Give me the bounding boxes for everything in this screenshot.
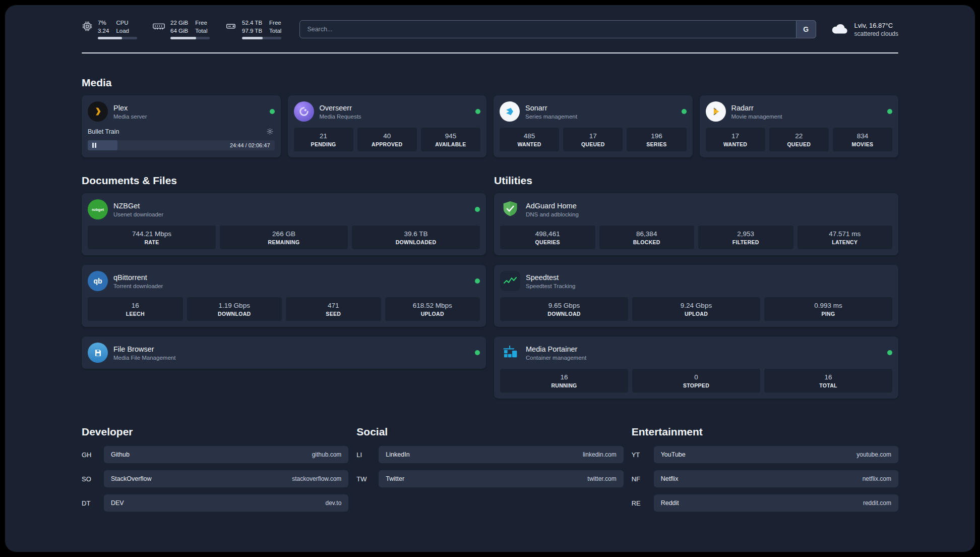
stat-value: 39.6 TB — [354, 230, 478, 238]
app-card-plex[interactable]: Plex Media server Bullet Train — [82, 95, 281, 157]
stat-tile: 39.6 TB DOWNLOADED — [352, 226, 480, 249]
stat-tile: 0 STOPPED — [632, 369, 760, 393]
stat-label: LEECH — [90, 311, 181, 317]
bookmark-name: DEV — [111, 499, 124, 507]
stat-tile: 471 SEED — [286, 297, 381, 321]
bookmark-youtube[interactable]: YouTube youtube.com — [654, 446, 898, 463]
app-subtitle: Speedtest Tracking — [526, 283, 575, 289]
stat-tile: 17 QUEUED — [563, 128, 623, 151]
playback-time: 24:44 / 02:06:47 — [230, 142, 270, 148]
status-dot — [887, 109, 892, 114]
bookmark-stackoverflow[interactable]: StackOverflow stackoverflow.com — [104, 470, 348, 487]
cpu-load: 3.24 — [98, 27, 109, 34]
bookmark-name: LinkedIn — [386, 451, 409, 458]
ram-icon — [152, 21, 165, 34]
stat-label: WANTED — [502, 141, 557, 147]
stat-value: 9.24 Gbps — [634, 302, 758, 309]
app-card-adguard[interactable]: AdGuard Home DNS and adblocking 498,461 … — [494, 193, 898, 255]
app-card-radarr[interactable]: Radarr Movie management 17 WANTED 22 QUE… — [700, 95, 899, 157]
bookmark-url: github.com — [312, 451, 342, 458]
bookmark-dev[interactable]: DEV dev.to — [104, 494, 348, 512]
stat-value: 40 — [359, 132, 415, 140]
bookmark-url: youtube.com — [856, 451, 891, 458]
overseerr-icon — [294, 101, 314, 122]
stat-value: 618.52 Mbps — [387, 302, 478, 309]
playback-progress-bar[interactable]: 24:44 / 02:06:47 — [88, 140, 275, 150]
stat-value: 0 — [634, 373, 758, 381]
stat-tile: 16 TOTAL — [764, 369, 892, 393]
bookmark-github[interactable]: Github github.com — [104, 446, 348, 463]
ram-widget: 22 GiB 64 GiB Free Total — [152, 19, 210, 39]
cpu-label-2: Load — [116, 27, 129, 34]
app-subtitle: Media Requests — [320, 114, 361, 120]
stat-label: RATE — [90, 239, 214, 245]
stat-tile: 196 SERIES — [627, 128, 686, 151]
app-name: Radarr — [731, 104, 782, 112]
cpu-bar — [98, 37, 137, 39]
cpu-label-1: CPU — [116, 19, 129, 26]
stat-value: 2,953 — [700, 230, 791, 238]
stat-label: UPLOAD — [634, 311, 758, 317]
dev-abbr-icon: DT — [82, 499, 104, 507]
twitter-abbr-icon: TW — [356, 475, 379, 483]
app-card-sonarr[interactable]: Sonarr Series management 485 WANTED 17 Q… — [494, 95, 693, 157]
bookmark-url: dev.to — [326, 499, 342, 507]
stat-label: QUEUED — [565, 141, 621, 147]
status-dot — [475, 278, 480, 284]
app-card-qbittorrent[interactable]: qb qBittorrent Torrent downloader 16 LEE… — [82, 265, 486, 327]
app-card-speedtest[interactable]: Speedtest Speedtest Tracking 9.65 Gbps D… — [494, 265, 898, 327]
youtube-abbr-icon: YT — [632, 451, 654, 459]
app-card-portainer[interactable]: Media Portainer Container management 16 … — [494, 337, 898, 399]
cloud-icon — [830, 21, 849, 37]
filebrowser-icon — [88, 343, 108, 363]
bookmark-url: netflix.com — [863, 475, 891, 482]
app-subtitle: Series management — [525, 114, 577, 120]
divider — [82, 52, 898, 53]
app-name: Plex — [113, 104, 147, 112]
stat-tile: 16 RUNNING — [500, 369, 628, 393]
stat-label: LATENCY — [800, 239, 891, 245]
app-card-overseerr[interactable]: Overseerr Media Requests 21 PENDING 40 A… — [288, 95, 487, 157]
bookmark-name: Netflix — [661, 475, 679, 482]
app-subtitle: Media File Management — [113, 355, 175, 361]
stat-tile: 744.21 Mbps RATE — [88, 226, 216, 249]
stat-tile: 0.993 ms PING — [764, 297, 892, 321]
bookmark-name: Twitter — [386, 475, 404, 482]
player-settings-button[interactable] — [265, 127, 275, 136]
stat-value: 266 GB — [222, 230, 346, 238]
stat-value: 22 — [771, 132, 827, 140]
plex-now-playing: Bullet Train 24:44 / 02:06:47 — [88, 127, 275, 150]
stat-label: PING — [766, 311, 890, 317]
stat-label: DOWNLOAD — [502, 311, 626, 317]
section-documents: Documents & Files nzbget NZBGet Usenet d… — [82, 175, 486, 369]
bookmark-reddit[interactable]: Reddit reddit.com — [654, 494, 898, 512]
netflix-abbr-icon: NF — [632, 475, 654, 483]
app-subtitle: Container management — [526, 355, 586, 361]
bookmark-netflix[interactable]: Netflix netflix.com — [654, 470, 898, 487]
stat-tile: 2,953 FILTERED — [698, 226, 793, 249]
app-subtitle: Movie management — [731, 114, 782, 120]
app-card-filebrowser[interactable]: File Browser Media File Management — [82, 337, 486, 369]
stat-label: SEED — [288, 311, 379, 317]
plex-icon — [88, 101, 108, 122]
stat-value: 485 — [502, 132, 557, 140]
stat-tile: 17 WANTED — [706, 128, 765, 151]
app-name: Sonarr — [525, 104, 577, 112]
stat-label: QUEUED — [771, 141, 827, 147]
pause-icon[interactable] — [92, 143, 96, 148]
bookmark-linkedin[interactable]: LinkedIn linkedin.com — [379, 446, 623, 463]
app-name: NZBGet — [113, 202, 163, 210]
search-input[interactable] — [299, 20, 816, 38]
stat-tile: 86,384 BLOCKED — [599, 226, 695, 249]
bookmark-twitter[interactable]: Twitter twitter.com — [379, 470, 623, 487]
stat-label: MOVIES — [835, 141, 890, 147]
status-dot — [887, 350, 892, 355]
sonarr-icon — [500, 101, 520, 122]
disk-icon — [225, 21, 237, 34]
stat-tile: 47.571 ms LATENCY — [798, 226, 893, 249]
app-name: Speedtest — [526, 273, 575, 282]
search-engine-button[interactable]: G — [796, 20, 816, 38]
app-card-nzbget[interactable]: nzbget NZBGet Usenet downloader 744.21 M… — [82, 193, 486, 255]
stat-label: RUNNING — [502, 382, 626, 388]
stat-tile: 834 MOVIES — [833, 128, 892, 151]
